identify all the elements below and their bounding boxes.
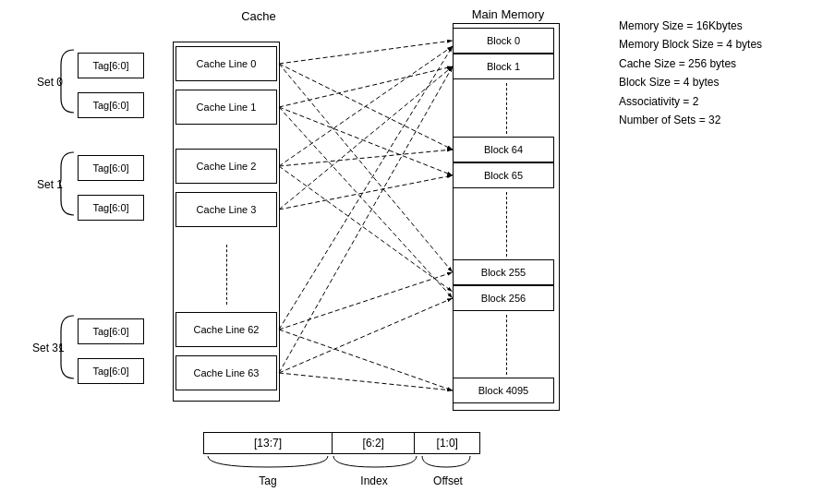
svg-line-15	[279, 66, 453, 373]
addr-field-index: [6:2]	[333, 433, 415, 453]
svg-line-10	[279, 66, 453, 210]
main-container: Cache Main Memory Set 0 Tag[6:0] Tag[6:0…	[0, 0, 835, 504]
info-num-sets: Number of Sets = 32	[619, 111, 762, 129]
svg-line-14	[279, 330, 453, 390]
addr-label-index: Index	[333, 474, 416, 487]
addr-field-tag: [13:7]	[204, 433, 333, 453]
set1-label: Set 1	[37, 178, 63, 191]
mem-block-1: Block 1	[453, 54, 554, 79]
svg-line-11	[279, 175, 453, 210]
mem-gap2	[506, 192, 507, 257]
tag-box-set31-1: Tag[6:0]	[78, 358, 144, 384]
set31-label: Set 31	[32, 342, 65, 354]
svg-line-5	[279, 107, 453, 175]
set0-label: Set 0	[37, 76, 63, 89]
cache-outer-border	[173, 42, 280, 402]
info-associativity: Associativity = 2	[619, 92, 762, 111]
svg-line-3	[279, 64, 453, 272]
mem-gap3	[506, 315, 507, 375]
addr-labels-container: Tag Index Offset	[203, 474, 480, 487]
address-format-section: [13:7] [6:2] [1:0] Tag Index Offset	[185, 432, 499, 487]
tag-box-set31-0: Tag[6:0]	[78, 318, 144, 344]
mem-block-64: Block 64	[453, 137, 554, 162]
tag-box-set0-1: Tag[6:0]	[78, 92, 144, 118]
svg-line-7	[279, 46, 453, 166]
mem-block-256: Block 256	[453, 285, 554, 311]
mem-block-65: Block 65	[453, 162, 554, 188]
tag-box-set1-0: Tag[6:0]	[78, 155, 144, 181]
svg-line-6	[279, 107, 453, 298]
svg-line-16	[279, 298, 453, 373]
tag-box-set1-1: Tag[6:0]	[78, 195, 144, 221]
tag-box-set0-0: Tag[6:0]	[78, 53, 144, 78]
info-block-size: Block Size = 4 bytes	[619, 73, 762, 91]
svg-line-12	[279, 46, 453, 330]
info-panel: Memory Size = 16Kbytes Memory Block Size…	[619, 17, 762, 129]
mem-block-255: Block 255	[453, 259, 554, 285]
addr-field-offset: [1:0]	[415, 433, 479, 453]
cache-label: Cache	[203, 9, 314, 23]
mem-block-0: Block 0	[453, 28, 554, 54]
mem-gap1	[506, 83, 507, 134]
main-memory-label: Main Memory	[453, 7, 563, 21]
svg-line-9	[279, 166, 453, 292]
addr-fields-container: [13:7] [6:2] [1:0]	[203, 432, 480, 454]
addr-label-offset: Offset	[416, 474, 480, 487]
info-memory-size: Memory Size = 16Kbytes	[619, 17, 762, 35]
svg-line-2	[279, 64, 453, 150]
addr-label-tag: Tag	[203, 474, 333, 487]
addr-braces-svg	[203, 454, 480, 474]
info-cache-size: Cache Size = 256 bytes	[619, 54, 762, 73]
info-memory-block-size: Memory Block Size = 4 bytes	[619, 35, 762, 54]
svg-line-8	[279, 150, 453, 166]
mem-block-4095: Block 4095	[453, 378, 554, 403]
svg-line-13	[279, 272, 453, 330]
svg-line-4	[279, 66, 453, 107]
svg-line-17	[279, 373, 453, 390]
svg-line-1	[279, 41, 453, 64]
